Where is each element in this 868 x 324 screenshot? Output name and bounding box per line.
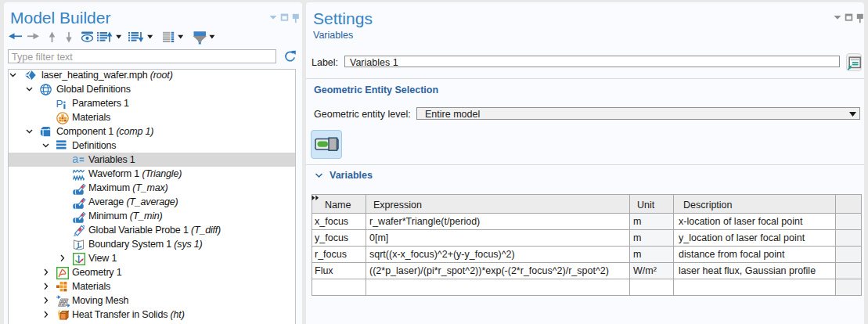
svg-text:P: P (56, 98, 63, 110)
svg-text:a: a (73, 154, 78, 165)
